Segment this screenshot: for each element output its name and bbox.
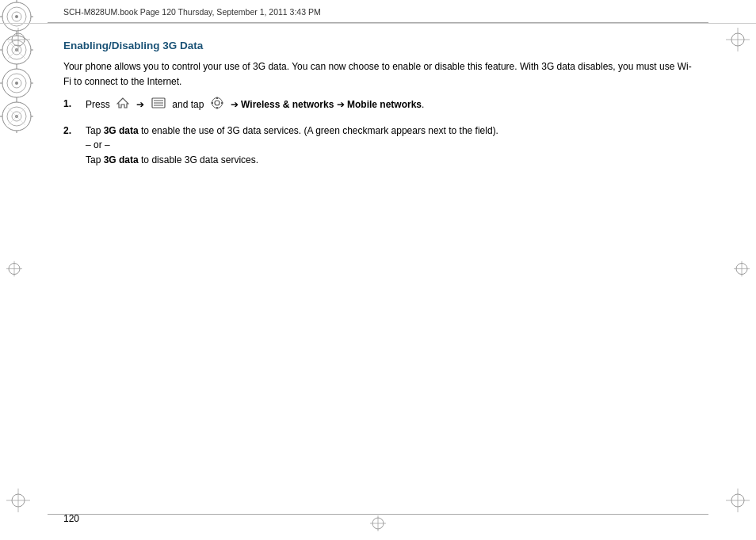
step-1-number: 1.	[63, 97, 86, 112]
corner-decoration-br	[0, 100, 33, 133]
settings-icon	[211, 97, 223, 114]
reg-mark-tr	[726, 28, 750, 51]
page-number: 120	[63, 513, 79, 524]
header-bar: SCH-M828UM.book Page 120 Thursday, Septe…	[0, 0, 756, 24]
svg-rect-68	[221, 102, 223, 104]
svg-point-63	[215, 101, 220, 105]
bottom-center-crosshair	[370, 515, 386, 534]
main-content: Enabling/Disabling 3G Data Your phone al…	[63, 40, 693, 500]
svg-point-64	[212, 98, 223, 108]
reg-mark-bl	[6, 489, 30, 512]
svg-point-43	[15, 82, 18, 85]
step-2-3gdata-disable: 3G data	[104, 154, 139, 165]
svg-marker-58	[117, 98, 128, 108]
step-2-number: 2.	[63, 124, 86, 139]
svg-rect-65	[216, 97, 218, 100]
svg-rect-66	[216, 107, 218, 109]
step-2-content: Tap 3G data to enable the use of 3G data…	[86, 124, 693, 168]
svg-rect-67	[212, 102, 214, 104]
right-crosshair	[734, 261, 750, 280]
top-border	[48, 22, 708, 23]
intro-text: Your phone allows you to control your us…	[63, 59, 693, 89]
step-2-3gdata-enable: 3G data	[104, 125, 139, 136]
section-title: Enabling/Disabling 3G Data	[63, 40, 693, 51]
corner-decoration-bl	[0, 67, 33, 100]
page: SCH-M828UM.book Page 120 Thursday, Septe…	[0, 0, 756, 540]
step-1-mobile-text: Mobile networks	[347, 99, 422, 110]
home-icon	[116, 97, 129, 114]
header-text: SCH-M828UM.book Page 120 Thursday, Septe…	[63, 7, 321, 17]
menu-icon	[151, 97, 166, 113]
or-separator: – or –	[86, 139, 110, 150]
step-2-enable-text: Tap 3G data to enable the use of 3G data…	[86, 125, 498, 136]
bottom-border	[48, 514, 708, 515]
step-1-wireless-text: Wireless & networks	[241, 99, 334, 110]
left-crosshair	[6, 261, 22, 280]
step-1: 1. Press ➔	[63, 97, 693, 114]
step-2-disable-text: Tap 3G data to disable 3G data services.	[86, 154, 258, 165]
step-2: 2. Tap 3G data to enable the use of 3G d…	[63, 124, 693, 168]
step-1-content: Press ➔	[86, 97, 693, 114]
reg-mark-tl	[6, 28, 30, 51]
steps-list: 1. Press ➔	[63, 97, 693, 167]
reg-mark-br	[726, 489, 750, 512]
